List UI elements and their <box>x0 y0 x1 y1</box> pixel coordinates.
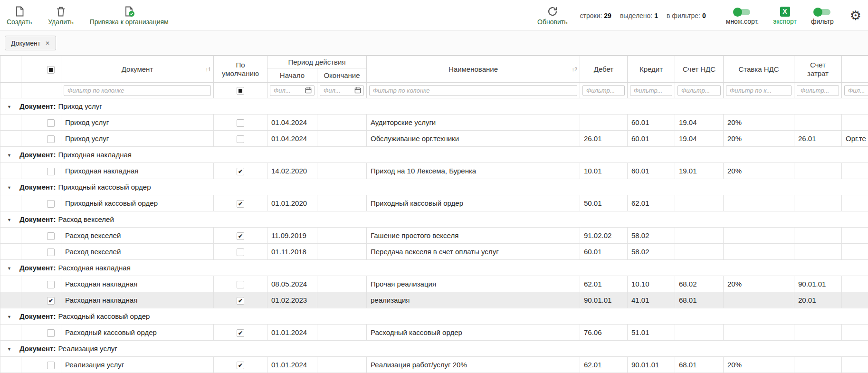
table-body: ▼Документ:Приход услугПриход услуг01.04.… <box>0 98 868 373</box>
default-checkbox[interactable]: ✔ <box>237 297 244 305</box>
multisort-toggle[interactable]: множ.сорт. <box>726 7 759 25</box>
default-checkbox[interactable]: ✔ <box>237 362 244 369</box>
table-row[interactable]: Приходная накладная✔14.02.2020Приход на … <box>0 163 868 179</box>
extra-filter-input[interactable] <box>844 85 868 96</box>
column-header-debit[interactable]: Дебет <box>580 56 628 83</box>
cost-account-cell: 90.01.01 <box>794 276 842 292</box>
cost-account-filter-input[interactable] <box>797 85 839 96</box>
expand-cell <box>0 292 21 308</box>
table-row[interactable]: Приходный кассовый ордер✔01.01.2020Прихо… <box>0 195 868 211</box>
tab-close-icon[interactable]: ✕ <box>45 40 50 47</box>
end-date-cell <box>317 276 367 292</box>
group-row[interactable]: ▼Документ:Приходный кассовый ордер <box>0 179 868 195</box>
calendar-icon[interactable] <box>354 87 361 94</box>
collapse-group-icon[interactable]: ▼ <box>7 185 11 190</box>
group-row[interactable]: ▼Документ:Реализация услуг <box>0 341 868 357</box>
row-select-checkbox[interactable] <box>47 119 55 127</box>
group-value: Реализация услуг <box>58 344 117 353</box>
collapse-group-icon[interactable]: ▼ <box>7 105 11 109</box>
default-checkbox[interactable]: ✔ <box>237 168 244 175</box>
column-header-cost-account[interactable]: Счет затрат <box>794 56 842 83</box>
vat-account-filter-input[interactable] <box>677 85 721 96</box>
name-cell: Прочая реализация <box>367 276 580 292</box>
table-row[interactable]: ✔Расходная накладная✔01.02.2023реализаци… <box>0 292 868 308</box>
row-select-checkbox[interactable] <box>47 168 55 175</box>
vat-account-cell <box>675 244 724 260</box>
extra-cell <box>842 325 868 341</box>
table-row[interactable]: Расходный кассовый ордер✔01.01.2024Расхо… <box>0 325 868 341</box>
collapse-group-icon[interactable]: ▼ <box>7 347 11 352</box>
select-all-checkbox[interactable] <box>47 66 55 74</box>
collapse-group-icon[interactable]: ▼ <box>7 218 11 222</box>
toggle-switch-icon[interactable] <box>814 9 830 15</box>
name-filter-input[interactable] <box>369 85 577 96</box>
default-checkbox[interactable] <box>237 281 244 288</box>
collapse-group-icon[interactable]: ▼ <box>7 315 11 319</box>
filter-toggle[interactable]: фильтр <box>811 7 834 25</box>
bind-organizations-button[interactable]: Привязка к организациям <box>90 6 169 26</box>
default-checkbox[interactable]: ✔ <box>237 200 244 208</box>
table-row[interactable]: Расход векселей✔11.09.2019Гашение просто… <box>0 228 868 244</box>
column-header-document[interactable]: Документ ↑1 <box>61 56 214 83</box>
table-row[interactable]: Расходная накладная08.05.2024Прочая реал… <box>0 276 868 292</box>
default-checkbox[interactable] <box>237 249 244 256</box>
collapse-group-icon[interactable]: ▼ <box>7 153 11 158</box>
default-checkbox[interactable] <box>237 135 244 143</box>
group-row[interactable]: ▼Документ:Расходный кассовый ордер <box>0 308 868 325</box>
table-row[interactable]: Расход векселей01.11.2018Передача вексел… <box>0 244 868 260</box>
row-select-checkbox[interactable] <box>47 249 55 256</box>
tab-dokument[interactable]: Документ ✕ <box>5 36 56 50</box>
column-header-credit[interactable]: Кредит <box>628 56 675 83</box>
document-cell: Приходная накладная <box>61 163 214 179</box>
group-row[interactable]: ▼Документ:Приход услуг <box>0 98 868 115</box>
row-select-checkbox[interactable] <box>47 200 55 208</box>
debit-cell: 62.01 <box>580 357 628 373</box>
column-header-vat-account[interactable]: Счет НДС <box>675 56 724 83</box>
row-select-checkbox[interactable] <box>47 329 55 337</box>
row-select-checkbox[interactable] <box>47 135 55 143</box>
group-row[interactable]: ▼Документ:Расход векселей <box>0 211 868 228</box>
toggle-switch-icon[interactable] <box>734 9 750 15</box>
group-value: Приход услуг <box>58 102 102 110</box>
settings-gear-icon[interactable]: ⚙ <box>850 10 861 22</box>
create-button[interactable]: Создать <box>7 6 32 26</box>
document-filter-input[interactable] <box>64 85 211 96</box>
expand-cell <box>0 115 21 131</box>
refresh-button[interactable]: Обновить <box>537 6 567 26</box>
table-row[interactable]: Приход услуг01.04.2024Обслуживание орг.т… <box>0 131 868 147</box>
vat-account-cell: 19.04 <box>675 115 724 131</box>
column-header-name[interactable]: Наименование ↑2 <box>367 56 580 83</box>
group-row[interactable]: ▼Документ:Расходная накладная <box>0 260 868 276</box>
vat-account-cell <box>675 325 724 341</box>
column-label: Счет НДС <box>683 65 715 73</box>
default-checkbox[interactable] <box>237 119 244 127</box>
document-cell: Расходная накладная <box>61 276 214 292</box>
column-header-end[interactable]: Окончание <box>317 68 367 83</box>
table-row[interactable]: Реализация услуг✔01.01.2024Реализация ра… <box>0 357 868 373</box>
row-select-checkbox[interactable] <box>47 232 55 240</box>
delete-button[interactable]: Удалить <box>48 6 73 26</box>
vat-account-cell: 68.02 <box>675 276 724 292</box>
vat-rate-filter-input[interactable] <box>726 85 792 96</box>
table-row[interactable]: Приход услуг01.04.2024Аудиторские услуги… <box>0 115 868 131</box>
column-label: Счет затрат <box>805 61 831 77</box>
default-checkbox[interactable]: ✔ <box>237 329 244 337</box>
column-header-start[interactable]: Начало <box>267 68 317 83</box>
row-select-checkbox[interactable] <box>47 281 55 288</box>
column-header-vat-rate[interactable]: Ставка НДС <box>724 56 794 83</box>
row-select-checkbox[interactable]: ✔ <box>47 297 55 305</box>
start-date-cell: 08.05.2024 <box>267 276 317 292</box>
collapse-group-icon[interactable]: ▼ <box>7 266 11 271</box>
group-row[interactable]: ▼Документ:Приходная накладная <box>0 147 868 163</box>
default-filter-checkbox[interactable] <box>237 87 244 95</box>
start-filter-input[interactable] <box>273 86 304 96</box>
debit-filter-input[interactable] <box>582 85 625 96</box>
select-all-header[interactable] <box>21 56 61 83</box>
export-button[interactable]: X экспорт <box>773 7 797 25</box>
end-filter-input[interactable] <box>323 86 353 96</box>
row-select-checkbox[interactable] <box>47 362 55 369</box>
column-header-default[interactable]: По умолчанию <box>214 56 267 83</box>
credit-filter-input[interactable] <box>630 85 672 96</box>
default-checkbox[interactable]: ✔ <box>237 232 244 240</box>
calendar-icon[interactable] <box>305 87 312 94</box>
